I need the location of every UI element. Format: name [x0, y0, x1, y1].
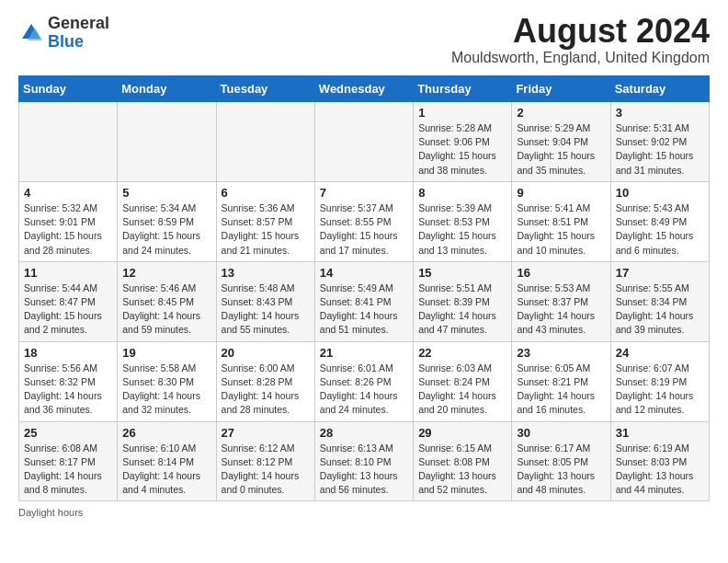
day-info: Sunrise: 6:12 AM Sunset: 8:12 PM Dayligh…: [222, 442, 310, 498]
day-number: 24: [616, 346, 704, 360]
day-info: Sunrise: 5:34 AM Sunset: 8:59 PM Dayligh…: [122, 201, 210, 258]
month-year: August 2024: [451, 15, 710, 48]
calendar-cell: 9Sunrise: 5:41 AM Sunset: 8:51 PM Daylig…: [512, 181, 610, 261]
footer-note: Daylight hours: [18, 507, 710, 518]
day-number: 22: [418, 346, 506, 360]
day-info: Sunrise: 5:55 AM Sunset: 8:34 PM Dayligh…: [616, 282, 704, 338]
day-info: Sunrise: 5:41 AM Sunset: 8:51 PM Dayligh…: [517, 201, 605, 258]
calendar-cell: 6Sunrise: 5:36 AM Sunset: 8:57 PM Daylig…: [216, 181, 314, 261]
day-number: 18: [24, 346, 112, 360]
location: Mouldsworth, England, United Kingdom: [451, 50, 710, 66]
day-number: 1: [418, 106, 506, 120]
day-number: 30: [517, 426, 605, 440]
day-info: Sunrise: 5:43 AM Sunset: 8:49 PM Dayligh…: [616, 201, 704, 258]
day-number: 10: [616, 186, 704, 200]
calendar-cell: 10Sunrise: 5:43 AM Sunset: 8:49 PM Dayli…: [610, 181, 709, 261]
calendar-cell: [118, 102, 216, 182]
calendar-cell: 19Sunrise: 5:58 AM Sunset: 8:30 PM Dayli…: [118, 341, 216, 421]
calendar-cell: 29Sunrise: 6:15 AM Sunset: 8:08 PM Dayli…: [414, 421, 512, 501]
week-row-3: 11Sunrise: 5:44 AM Sunset: 8:47 PM Dayli…: [19, 261, 710, 341]
calendar-cell: 20Sunrise: 6:00 AM Sunset: 8:28 PM Dayli…: [216, 341, 314, 421]
day-number: 14: [320, 266, 408, 280]
week-row-2: 4Sunrise: 5:32 AM Sunset: 9:01 PM Daylig…: [19, 181, 710, 261]
day-info: Sunrise: 5:51 AM Sunset: 8:39 PM Dayligh…: [418, 282, 506, 338]
day-info: Sunrise: 6:19 AM Sunset: 8:03 PM Dayligh…: [616, 442, 704, 498]
title-area: August 2024 Mouldsworth, England, United…: [451, 15, 710, 66]
logo-icon: [18, 20, 44, 46]
day-number: 8: [418, 186, 506, 200]
calendar-cell: 8Sunrise: 5:39 AM Sunset: 8:53 PM Daylig…: [414, 181, 512, 261]
week-row-4: 18Sunrise: 5:56 AM Sunset: 8:32 PM Dayli…: [19, 341, 710, 421]
week-row-1: 1Sunrise: 5:28 AM Sunset: 9:06 PM Daylig…: [19, 102, 710, 182]
logo-general-text: General: [48, 14, 109, 32]
day-info: Sunrise: 5:56 AM Sunset: 8:32 PM Dayligh…: [24, 362, 112, 418]
calendar-cell: 4Sunrise: 5:32 AM Sunset: 9:01 PM Daylig…: [19, 181, 118, 261]
calendar-cell: 22Sunrise: 6:03 AM Sunset: 8:24 PM Dayli…: [414, 341, 512, 421]
header-day-sunday: Sunday: [19, 76, 118, 102]
logo-text: General Blue: [48, 15, 109, 52]
day-info: Sunrise: 5:36 AM Sunset: 8:57 PM Dayligh…: [222, 201, 310, 258]
calendar-cell: 18Sunrise: 5:56 AM Sunset: 8:32 PM Dayli…: [19, 341, 118, 421]
calendar-cell: 21Sunrise: 6:01 AM Sunset: 8:26 PM Dayli…: [314, 341, 413, 421]
day-info: Sunrise: 5:48 AM Sunset: 8:43 PM Dayligh…: [222, 282, 310, 338]
day-number: 3: [616, 106, 704, 120]
day-number: 29: [418, 426, 506, 440]
calendar-cell: 16Sunrise: 5:53 AM Sunset: 8:37 PM Dayli…: [512, 261, 610, 341]
calendar-table: SundayMondayTuesdayWednesdayThursdayFrid…: [18, 75, 710, 501]
day-info: Sunrise: 6:01 AM Sunset: 8:26 PM Dayligh…: [320, 362, 408, 418]
header-row: SundayMondayTuesdayWednesdayThursdayFrid…: [19, 76, 710, 102]
calendar-cell: 7Sunrise: 5:37 AM Sunset: 8:55 PM Daylig…: [314, 181, 413, 261]
day-number: 2: [517, 106, 605, 120]
header-day-wednesday: Wednesday: [314, 76, 413, 102]
header: General Blue August 2024 Mouldsworth, En…: [18, 15, 710, 66]
calendar-cell: 5Sunrise: 5:34 AM Sunset: 8:59 PM Daylig…: [118, 181, 216, 261]
day-info: Sunrise: 6:10 AM Sunset: 8:14 PM Dayligh…: [122, 442, 210, 498]
calendar-header: SundayMondayTuesdayWednesdayThursdayFrid…: [19, 76, 710, 102]
day-number: 27: [222, 426, 310, 440]
calendar-cell: 15Sunrise: 5:51 AM Sunset: 8:39 PM Dayli…: [414, 261, 512, 341]
calendar-body: 1Sunrise: 5:28 AM Sunset: 9:06 PM Daylig…: [19, 102, 710, 501]
day-number: 26: [122, 426, 210, 440]
calendar-cell: 31Sunrise: 6:19 AM Sunset: 8:03 PM Dayli…: [610, 421, 709, 501]
day-info: Sunrise: 6:05 AM Sunset: 8:21 PM Dayligh…: [517, 362, 605, 418]
day-info: Sunrise: 6:08 AM Sunset: 8:17 PM Dayligh…: [24, 442, 112, 498]
day-number: 7: [320, 186, 408, 200]
day-number: 12: [122, 266, 210, 280]
day-info: Sunrise: 5:29 AM Sunset: 9:04 PM Dayligh…: [517, 121, 605, 178]
calendar-cell: 13Sunrise: 5:48 AM Sunset: 8:43 PM Dayli…: [216, 261, 314, 341]
calendar-cell: 30Sunrise: 6:17 AM Sunset: 8:05 PM Dayli…: [512, 421, 610, 501]
day-info: Sunrise: 6:15 AM Sunset: 8:08 PM Dayligh…: [418, 442, 506, 498]
calendar-cell: 24Sunrise: 6:07 AM Sunset: 8:19 PM Dayli…: [610, 341, 709, 421]
header-day-saturday: Saturday: [610, 76, 709, 102]
day-number: 17: [616, 266, 704, 280]
day-info: Sunrise: 5:28 AM Sunset: 9:06 PM Dayligh…: [418, 121, 506, 178]
logo: General Blue: [18, 15, 109, 52]
calendar-cell: 27Sunrise: 6:12 AM Sunset: 8:12 PM Dayli…: [216, 421, 314, 501]
week-row-5: 25Sunrise: 6:08 AM Sunset: 8:17 PM Dayli…: [19, 421, 710, 501]
calendar-cell: [19, 102, 118, 182]
calendar-cell: 3Sunrise: 5:31 AM Sunset: 9:02 PM Daylig…: [610, 102, 709, 182]
day-number: 25: [24, 426, 112, 440]
day-number: 11: [24, 266, 112, 280]
calendar-cell: 14Sunrise: 5:49 AM Sunset: 8:41 PM Dayli…: [314, 261, 413, 341]
day-number: 28: [320, 426, 408, 440]
day-number: 9: [517, 186, 605, 200]
calendar-cell: 1Sunrise: 5:28 AM Sunset: 9:06 PM Daylig…: [414, 102, 512, 182]
day-number: 13: [222, 266, 310, 280]
day-info: Sunrise: 5:37 AM Sunset: 8:55 PM Dayligh…: [320, 201, 408, 258]
calendar-cell: 11Sunrise: 5:44 AM Sunset: 8:47 PM Dayli…: [19, 261, 118, 341]
day-info: Sunrise: 5:39 AM Sunset: 8:53 PM Dayligh…: [418, 201, 506, 258]
day-info: Sunrise: 6:00 AM Sunset: 8:28 PM Dayligh…: [222, 362, 310, 418]
day-info: Sunrise: 5:49 AM Sunset: 8:41 PM Dayligh…: [320, 282, 408, 338]
calendar-cell: 28Sunrise: 6:13 AM Sunset: 8:10 PM Dayli…: [314, 421, 413, 501]
calendar-cell: [314, 102, 413, 182]
calendar-cell: 17Sunrise: 5:55 AM Sunset: 8:34 PM Dayli…: [610, 261, 709, 341]
day-info: Sunrise: 5:58 AM Sunset: 8:30 PM Dayligh…: [122, 362, 210, 418]
day-number: 5: [122, 186, 210, 200]
day-info: Sunrise: 5:44 AM Sunset: 8:47 PM Dayligh…: [24, 282, 112, 338]
day-number: 20: [222, 346, 310, 360]
day-info: Sunrise: 5:53 AM Sunset: 8:37 PM Dayligh…: [517, 282, 605, 338]
day-info: Sunrise: 5:32 AM Sunset: 9:01 PM Dayligh…: [24, 201, 112, 258]
day-number: 23: [517, 346, 605, 360]
calendar-cell: 12Sunrise: 5:46 AM Sunset: 8:45 PM Dayli…: [118, 261, 216, 341]
